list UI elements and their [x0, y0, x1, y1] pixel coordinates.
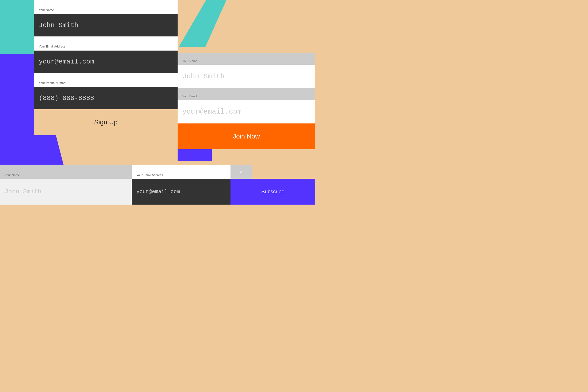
name-label: Your Name: [34, 0, 178, 14]
checkmark-icon: ✓: [240, 168, 243, 175]
phone-input[interactable]: (888) 888-8888: [34, 87, 178, 109]
form-bottom: Your Name Your Email Address ✓ John Smit…: [0, 164, 315, 204]
email-input[interactable]: your@email.com: [34, 50, 178, 73]
form-right: Your Name John Smith Your Email your@ema…: [178, 53, 315, 149]
right-name-input[interactable]: John Smith: [178, 65, 315, 88]
right-email-input[interactable]: your@email.com: [178, 100, 315, 124]
right-email-label: Your Email: [178, 88, 315, 100]
right-name-label: Your Name: [178, 53, 315, 65]
form-left: Your Name John Smith Your Email Address …: [34, 0, 178, 135]
bottom-email-label: Your Email Address: [132, 164, 230, 179]
name-input[interactable]: John Smith: [34, 14, 178, 36]
bottom-email-input[interactable]: your@email.com: [132, 179, 230, 204]
signup-button[interactable]: Sign Up: [34, 109, 178, 135]
join-now-button[interactable]: Join Now: [178, 124, 315, 149]
phone-label: Your Phone Number: [34, 73, 178, 87]
email-label: Your Email Address: [34, 36, 178, 50]
bottom-name-label: Your Name: [0, 164, 132, 179]
bottom-check-area: ✓: [230, 164, 252, 179]
bottom-name-input[interactable]: John Smith: [0, 179, 132, 204]
bottom-right-peach: [252, 164, 315, 179]
subscribe-button[interactable]: Subscribe: [230, 179, 315, 204]
